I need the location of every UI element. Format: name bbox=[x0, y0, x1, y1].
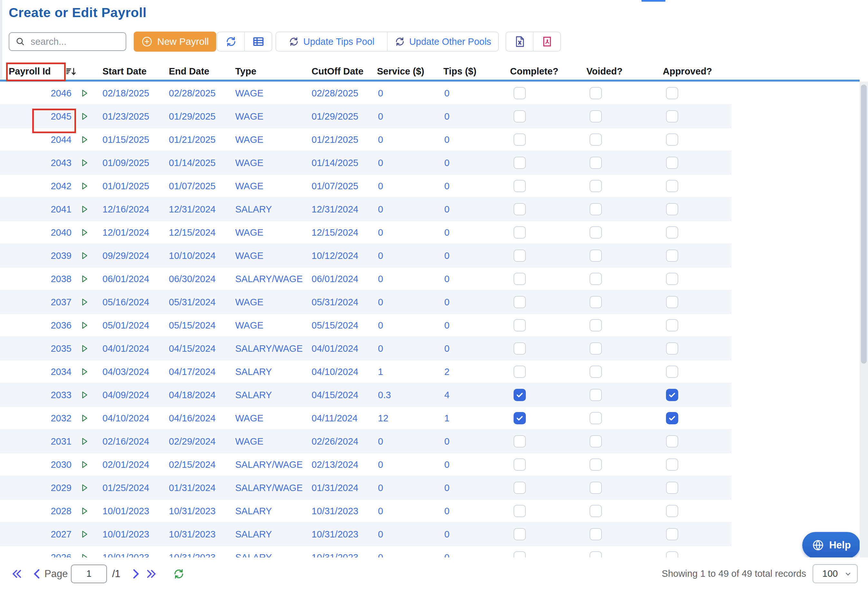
table-row[interactable]: 2033 04/09/2024 04/18/2024 SALARY 04/15/… bbox=[0, 383, 731, 407]
payroll-id-link[interactable]: 2044 bbox=[0, 128, 72, 151]
run-payroll-button[interactable] bbox=[80, 430, 93, 453]
complete-checkbox[interactable] bbox=[514, 273, 526, 285]
complete-checkbox[interactable] bbox=[514, 528, 526, 540]
run-payroll-button[interactable] bbox=[80, 500, 93, 523]
run-payroll-button[interactable] bbox=[80, 523, 93, 546]
voided-checkbox[interactable] bbox=[590, 528, 602, 540]
run-payroll-button[interactable] bbox=[80, 360, 93, 383]
voided-checkbox[interactable] bbox=[590, 435, 602, 448]
complete-checkbox[interactable] bbox=[514, 133, 526, 146]
column-header-approved[interactable]: Approved? bbox=[663, 63, 712, 80]
run-payroll-button[interactable] bbox=[80, 244, 93, 267]
scrollbar-thumb[interactable] bbox=[861, 84, 867, 364]
voided-checkbox[interactable] bbox=[590, 412, 602, 424]
approved-checkbox[interactable] bbox=[666, 203, 678, 215]
table-row[interactable]: 2034 04/03/2024 04/17/2024 SALARY 04/10/… bbox=[0, 360, 731, 383]
approved-checkbox[interactable] bbox=[666, 133, 678, 146]
column-header-end-date[interactable]: End Date bbox=[169, 63, 210, 80]
complete-checkbox[interactable] bbox=[514, 250, 526, 262]
refresh-button[interactable] bbox=[217, 32, 244, 51]
column-header-complete[interactable]: Complete? bbox=[510, 63, 558, 80]
table-row[interactable]: 2030 02/01/2024 02/15/2024 SALARY/WAGE 0… bbox=[0, 453, 731, 476]
approved-checkbox[interactable] bbox=[666, 110, 678, 123]
complete-checkbox[interactable] bbox=[514, 180, 526, 192]
table-row[interactable]: 2043 01/09/2025 01/14/2025 WAGE 01/14/20… bbox=[0, 151, 731, 174]
run-payroll-button[interactable] bbox=[80, 453, 93, 476]
page-number-input[interactable] bbox=[71, 565, 107, 583]
complete-checkbox[interactable] bbox=[514, 296, 526, 308]
approved-checkbox[interactable] bbox=[666, 273, 678, 285]
complete-checkbox[interactable] bbox=[514, 365, 526, 378]
voided-checkbox[interactable] bbox=[590, 505, 602, 517]
complete-checkbox[interactable] bbox=[514, 342, 526, 355]
voided-checkbox[interactable] bbox=[590, 389, 602, 401]
table-row[interactable]: 2031 02/16/2024 02/29/2024 WAGE 02/26/20… bbox=[0, 430, 731, 453]
reload-table-button[interactable] bbox=[173, 557, 185, 590]
payroll-id-link[interactable]: 2043 bbox=[0, 151, 72, 174]
voided-checkbox[interactable] bbox=[590, 365, 602, 378]
run-payroll-button[interactable] bbox=[80, 128, 93, 151]
payroll-id-link[interactable]: 2040 bbox=[0, 221, 72, 244]
payroll-id-link[interactable]: 2046 bbox=[0, 81, 72, 105]
run-payroll-button[interactable] bbox=[80, 476, 93, 500]
voided-checkbox[interactable] bbox=[590, 273, 602, 285]
run-payroll-button[interactable] bbox=[80, 290, 93, 314]
table-row[interactable]: 2039 09/29/2024 10/10/2024 WAGE 10/12/20… bbox=[0, 244, 731, 267]
approved-checkbox[interactable] bbox=[666, 226, 678, 239]
approved-checkbox[interactable] bbox=[666, 296, 678, 308]
payroll-id-link[interactable]: 2039 bbox=[0, 244, 72, 267]
payroll-id-link[interactable]: 2030 bbox=[0, 453, 72, 476]
complete-checkbox[interactable] bbox=[514, 87, 526, 99]
column-header-start-date[interactable]: Start Date bbox=[102, 63, 147, 80]
run-payroll-button[interactable] bbox=[80, 198, 93, 221]
voided-checkbox[interactable] bbox=[590, 133, 602, 146]
run-payroll-button[interactable] bbox=[80, 105, 93, 128]
approved-checkbox[interactable] bbox=[666, 551, 678, 557]
approved-checkbox[interactable] bbox=[666, 319, 678, 331]
run-payroll-button[interactable] bbox=[80, 337, 93, 360]
payroll-id-link[interactable]: 2035 bbox=[0, 337, 72, 360]
table-row[interactable]: 2026 10/01/2023 10/31/2023 SALARY 10/31/… bbox=[0, 546, 731, 557]
run-payroll-button[interactable] bbox=[80, 221, 93, 244]
approved-checkbox[interactable] bbox=[666, 250, 678, 262]
payroll-id-link[interactable]: 2031 bbox=[0, 430, 72, 453]
help-button[interactable]: Help bbox=[802, 532, 860, 558]
column-header-type[interactable]: Type bbox=[235, 63, 257, 80]
payroll-id-link[interactable]: 2027 bbox=[0, 523, 72, 546]
run-payroll-button[interactable] bbox=[80, 314, 93, 337]
last-page-button[interactable] bbox=[144, 557, 158, 590]
voided-checkbox[interactable] bbox=[590, 226, 602, 239]
table-row[interactable]: 2042 01/01/2025 01/07/2025 WAGE 01/07/20… bbox=[0, 174, 731, 198]
approved-checkbox[interactable] bbox=[666, 342, 678, 355]
complete-checkbox[interactable] bbox=[514, 319, 526, 331]
payroll-id-link[interactable]: 2028 bbox=[0, 500, 72, 523]
voided-checkbox[interactable] bbox=[590, 458, 602, 471]
payroll-id-link[interactable]: 2029 bbox=[0, 476, 72, 500]
complete-checkbox[interactable] bbox=[514, 203, 526, 215]
previous-page-button[interactable] bbox=[31, 557, 43, 590]
table-row[interactable]: 2036 05/01/2024 05/15/2024 WAGE 05/15/20… bbox=[0, 314, 731, 337]
table-row[interactable]: 2027 10/01/2023 10/31/2023 SALARY 10/31/… bbox=[0, 523, 731, 546]
approved-checkbox[interactable] bbox=[666, 389, 678, 401]
approved-checkbox[interactable] bbox=[666, 365, 678, 378]
columns-button[interactable] bbox=[245, 32, 272, 51]
table-row[interactable]: 2046 02/18/2025 02/28/2025 WAGE 02/28/20… bbox=[0, 81, 731, 105]
column-header-voided[interactable]: Voided? bbox=[586, 63, 623, 80]
export-pdf-button[interactable] bbox=[534, 32, 560, 51]
payroll-id-link[interactable]: 2032 bbox=[0, 407, 72, 430]
run-payroll-button[interactable] bbox=[80, 407, 93, 430]
column-header-cutoff-date[interactable]: CutOff Date bbox=[311, 63, 363, 80]
complete-checkbox[interactable] bbox=[514, 458, 526, 471]
payroll-id-link[interactable]: 2038 bbox=[0, 267, 72, 290]
table-row[interactable]: 2044 01/15/2025 01/21/2025 WAGE 01/21/20… bbox=[0, 128, 731, 151]
complete-checkbox[interactable] bbox=[514, 157, 526, 169]
table-row[interactable]: 2029 01/25/2024 01/31/2024 SALARY/WAGE 0… bbox=[0, 476, 731, 500]
run-payroll-button[interactable] bbox=[80, 267, 93, 290]
voided-checkbox[interactable] bbox=[590, 551, 602, 557]
approved-checkbox[interactable] bbox=[666, 505, 678, 517]
table-row[interactable]: 2035 04/01/2024 04/15/2024 SALARY/WAGE 0… bbox=[0, 337, 731, 360]
approved-checkbox[interactable] bbox=[666, 157, 678, 169]
complete-checkbox[interactable] bbox=[514, 435, 526, 448]
approved-checkbox[interactable] bbox=[666, 528, 678, 540]
table-row[interactable]: 2037 05/16/2024 05/31/2024 WAGE 05/31/20… bbox=[0, 290, 731, 314]
